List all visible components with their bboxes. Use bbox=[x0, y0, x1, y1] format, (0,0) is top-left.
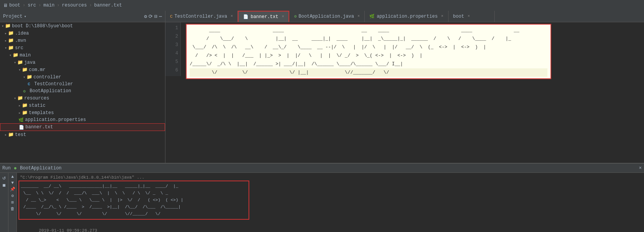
tab-TestController[interactable]: C TestController.java × bbox=[165, 11, 238, 22]
trash-icon[interactable]: 🗑 bbox=[10, 206, 15, 211]
tab-banner[interactable]: 📄 banner.txt × bbox=[238, 11, 289, 22]
tree-item-test[interactable]: ▸ 📁 test bbox=[0, 131, 165, 138]
ascii-art-box: ____ ____ __ ____ ____ __ / \___/ \ |__|… bbox=[186, 24, 551, 79]
tab-label: banner.txt bbox=[250, 14, 278, 20]
tree-item-label: TestController bbox=[34, 81, 73, 87]
console-ascii-4: /____ /__/\_ \ /____ > /____ >|__| /\__/… bbox=[21, 204, 247, 210]
ascii-line-5: /_____\/ _/\ \ |__| /______ >| ___/|__| … bbox=[190, 60, 547, 68]
tab-close-icon[interactable]: × bbox=[230, 14, 233, 18]
tree-item-label: BootApplication bbox=[30, 88, 71, 94]
prop-icon: 🌿 bbox=[369, 14, 375, 19]
txt-icon: 📄 bbox=[19, 125, 24, 130]
tree-item-src[interactable]: ▾ 📁 src bbox=[0, 44, 165, 51]
folder-icon: 📁 bbox=[22, 67, 28, 73]
tree-item-main[interactable]: ▾ 📁 main bbox=[0, 51, 165, 59]
folder-icon: 📁 bbox=[13, 52, 18, 58]
ascii-line-1: ____ ____ __ ____ ____ __ bbox=[190, 26, 547, 35]
tab-close-icon[interactable]: × bbox=[357, 14, 360, 18]
collapse-icon[interactable]: ⊟ bbox=[154, 13, 157, 20]
arrow-icon: ▸ bbox=[18, 111, 21, 115]
tree-item-banner-txt[interactable]: 📄 banner.txt bbox=[0, 123, 165, 131]
tree-item-label: test bbox=[15, 132, 26, 138]
project-dropdown-icon[interactable]: ▾ bbox=[24, 14, 26, 19]
folder-icon: 📁 bbox=[8, 132, 14, 138]
editor-area: 1 2 3 4 5 6 ____ ____ __ ____ ____ __ bbox=[165, 22, 644, 163]
console-output[interactable]: "C:\Program Files\Java\jdk1.8.0_144\bin\… bbox=[17, 173, 644, 232]
boot-icon: ⚙ bbox=[294, 14, 297, 19]
run-status-icon: ● bbox=[14, 165, 17, 171]
tree-item-label: src bbox=[15, 45, 23, 51]
tree-item-label: controller bbox=[33, 75, 61, 80]
tab-application[interactable]: 🌿 application.properties × bbox=[365, 11, 448, 22]
breadcrumb-item-0[interactable]: boot bbox=[9, 3, 20, 8]
arrow-icon: ▸ bbox=[5, 133, 7, 137]
tree-item-label: java bbox=[24, 60, 35, 65]
expand-icon[interactable]: ⊞ bbox=[11, 200, 14, 205]
tree-item-static[interactable]: ▸ 📁 static bbox=[0, 102, 165, 109]
rerun-icon[interactable]: ↺ bbox=[2, 174, 5, 181]
arrow-icon: ▸ bbox=[5, 31, 7, 36]
scroll-up-icon[interactable]: ▲ bbox=[11, 174, 14, 179]
boot-icon: ⚙ bbox=[23, 89, 28, 94]
line-numbers: 1 2 3 4 5 6 bbox=[165, 22, 181, 76]
arrow-icon: ▾ bbox=[14, 60, 16, 65]
console-content: ↺ ■ ▲ ▼ 📌 ⚙ ⊞ 🗑 "C:\Program Files\Java\j… bbox=[0, 173, 644, 232]
breadcrumb-item-3[interactable]: resources bbox=[62, 3, 87, 8]
more-icon[interactable]: ⋯ bbox=[159, 13, 162, 20]
tree-item-TestController[interactable]: C TestController bbox=[0, 81, 165, 88]
breadcrumb-item-4[interactable]: banner.txt bbox=[94, 3, 122, 8]
settings-icon[interactable]: ⚙ bbox=[11, 193, 14, 198]
tab-BootApplication[interactable]: ⚙ BootApplication.java × bbox=[289, 11, 365, 22]
arrow-icon: ▾ bbox=[23, 75, 25, 80]
tree-item-templates[interactable]: ▸ 📁 templates bbox=[0, 109, 165, 116]
tree-item-application-properties[interactable]: 🌿 application.properties bbox=[0, 116, 165, 123]
folder-icon: 📁 bbox=[17, 95, 23, 101]
console-ascii-3: / __ \_> < \___ \ \___ \ | |> \/ / ( <>)… bbox=[21, 197, 247, 204]
tab-close-icon[interactable]: × bbox=[282, 15, 284, 19]
scroll-down-icon[interactable]: ▼ bbox=[11, 181, 14, 185]
tab-label: application.properties bbox=[377, 14, 437, 19]
run-panel-header: Run ● BootApplication × bbox=[0, 164, 644, 173]
tree-root[interactable]: ▾ 📁 boot D:\1808\5yue\boot bbox=[0, 22, 165, 30]
arrow-icon: ▸ bbox=[18, 103, 21, 108]
folder-icon: 📁 bbox=[5, 23, 11, 29]
tree-item-java[interactable]: ▾ 📁 java bbox=[0, 59, 165, 66]
main-area: ▾ 📁 boot D:\1808\5yue\boot ▸ 📁 .idea ▸ 📁… bbox=[0, 22, 644, 163]
ascii-line-6: \/ \/ \/ |__| \//_______/ \/ bbox=[190, 68, 547, 77]
run-side-icons: ↺ ■ bbox=[0, 173, 8, 232]
tree-root-label: boot D:\1808\5yue\boot bbox=[12, 23, 73, 29]
tree-item-idea[interactable]: ▸ 📁 .idea bbox=[0, 30, 165, 37]
tree-item-BootApplication[interactable]: ⚙ BootApplication bbox=[0, 88, 165, 94]
arrow-icon: ▾ bbox=[18, 68, 21, 72]
folder-icon: 📁 bbox=[8, 30, 14, 36]
app-label: BootApplication bbox=[20, 166, 62, 171]
stop-icon[interactable]: ■ bbox=[2, 182, 5, 189]
ascii-line-4: / /> < | | /___ | |_> > | |/ \ | | \/ _/… bbox=[190, 51, 547, 60]
breadcrumb-item-1[interactable]: src bbox=[28, 3, 36, 8]
java-c-icon: C bbox=[28, 82, 33, 86]
ascii-line-3: \___/ /\ \ /\ __\ / __\_/ \____ __ --|/ … bbox=[190, 43, 547, 51]
console-ascii-box: _______ __/ __\ _____________|__|__ ____… bbox=[18, 181, 249, 220]
tree-item-com-mr[interactable]: ▾ 📁 com.mr bbox=[0, 66, 165, 73]
tab-boot[interactable]: boot × bbox=[449, 11, 495, 22]
tree-item-label: application.properties bbox=[25, 117, 86, 123]
tree-item-resources[interactable]: ▾ 📁 resources bbox=[0, 94, 165, 102]
tab-close-icon[interactable]: × bbox=[467, 14, 470, 18]
breadcrumb-icon: 🖥 bbox=[3, 3, 8, 8]
project-label: Project bbox=[3, 14, 22, 19]
editor-content[interactable]: ____ ____ __ ____ ____ __ / \___/ \ |__|… bbox=[183, 22, 644, 81]
close-panel-icon[interactable]: × bbox=[639, 166, 642, 171]
pin-icon[interactable]: 📌 bbox=[10, 187, 15, 192]
folder-icon: 📁 bbox=[27, 74, 32, 80]
run-toolbar: ▲ ▼ 📌 ⚙ ⊞ 🗑 bbox=[8, 173, 17, 232]
folder-icon: 📁 bbox=[8, 38, 14, 43]
breadcrumb-item-2[interactable]: main bbox=[43, 3, 55, 8]
tree-item-controller[interactable]: ▾ 📁 controller bbox=[0, 73, 165, 81]
bottom-panel: Run ● BootApplication × ↺ ■ ▲ ▼ 📌 ⚙ ⊞ 🗑 … bbox=[0, 163, 644, 232]
sync-icon[interactable]: ⟳ bbox=[148, 13, 153, 20]
tab-close-icon[interactable]: × bbox=[441, 14, 444, 18]
arrow-icon: ▾ bbox=[14, 96, 16, 101]
tab-label: boot bbox=[453, 14, 464, 19]
tree-item-mvn[interactable]: ▸ 📁 .mvn bbox=[0, 37, 165, 44]
settings-icon[interactable]: ⚙ bbox=[144, 13, 147, 20]
